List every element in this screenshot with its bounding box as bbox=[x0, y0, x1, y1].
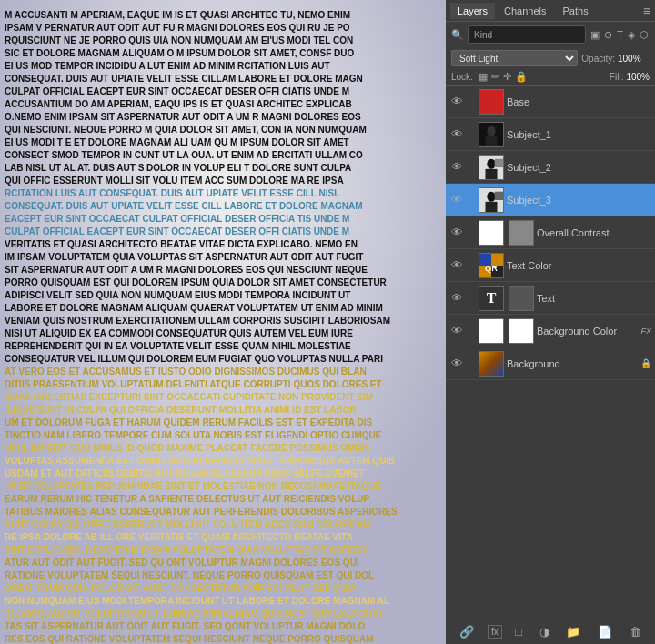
visibility-icon-overall-contrast[interactable]: 👁 bbox=[449, 226, 464, 240]
svg-point-60 bbox=[487, 191, 495, 201]
layer-lock-icon: 🔒 bbox=[640, 358, 651, 368]
layer-name-background: Background bbox=[507, 358, 638, 369]
svg-text:O.NEMO ENIM IPSAM SIT ASPERNAT: O.NEMO ENIM IPSAM SIT ASPERNATUR AUT ODI… bbox=[5, 112, 361, 122]
tab-group: Layers Channels Paths bbox=[450, 3, 596, 19]
lock-all-icon[interactable]: 🔒 bbox=[515, 71, 528, 83]
svg-rect-62 bbox=[495, 191, 503, 199]
lock-move-icon[interactable]: ✛ bbox=[503, 71, 511, 83]
svg-text:DITIIS PRAESENTIUM VOLUPTATUM : DITIIS PRAESENTIUM VOLUPTATUM DELENITI A… bbox=[5, 379, 382, 389]
svg-rect-57 bbox=[486, 168, 498, 178]
svg-text:LAB NISL UT AL AT. DUIS AUT S : LAB NISL UT AL AT. DUIS AUT S DOLOR IN V… bbox=[5, 163, 351, 173]
layer-mask-text bbox=[509, 286, 534, 311]
search-input[interactable] bbox=[492, 30, 579, 40]
layer-subject3[interactable]: 👁 Subject_3 bbox=[446, 184, 655, 216]
visibility-icon-background-color[interactable]: 👁 bbox=[449, 324, 464, 338]
layer-text[interactable]: 👁 T Text bbox=[446, 282, 655, 315]
layer-name-subject2: Subject_2 bbox=[507, 162, 651, 173]
link-layers-btn[interactable]: 🔗 bbox=[456, 623, 478, 640]
svg-rect-61 bbox=[486, 201, 498, 211]
visibility-icon-base[interactable]: 👁 bbox=[449, 95, 464, 109]
svg-text:NON NUMQUAM EIUS MODI TEMPORA : NON NUMQUAM EIUS MODI TEMPORA INCIDUNT U… bbox=[5, 596, 389, 606]
svg-text:VERITATIS ET QUASI ARCHITECTO : VERITATIS ET QUASI ARCHITECTO BEATAE VIT… bbox=[5, 239, 358, 249]
add-mask-btn[interactable]: □ bbox=[511, 623, 526, 640]
filter-shape-icon[interactable]: ◈ bbox=[627, 28, 636, 42]
add-style-btn[interactable]: fx bbox=[488, 625, 502, 639]
svg-text:NIHIL IMPEDIT QUO MINUS ID QUO: NIHIL IMPEDIT QUO MINUS ID QUOD MAXIME P… bbox=[5, 443, 370, 453]
svg-text:QUI OFFIC ESSERUNT MOLLI SIT V: QUI OFFIC ESSERUNT MOLLI SIT VOLU ITEM A… bbox=[5, 176, 344, 186]
opacity-row: Opacity: 100% bbox=[581, 54, 650, 64]
visibility-icon-subject3[interactable]: 👁 bbox=[449, 193, 464, 207]
panel-menu-icon[interactable]: ≡ bbox=[643, 4, 650, 18]
svg-text:CULPAT OFFICIAL EACEPT EUR SIN: CULPAT OFFICIAL EACEPT EUR SINT OCCAECAT… bbox=[5, 86, 349, 96]
svg-point-53 bbox=[487, 126, 495, 136]
layer-base[interactable]: 👁 Base bbox=[446, 86, 655, 118]
filter-pixel-icon[interactable]: ▣ bbox=[590, 28, 600, 42]
filter-adjust-icon[interactable]: ⊙ bbox=[603, 28, 613, 42]
svg-text:QUAS MOLESTIAS EXCEPTURI SINT : QUAS MOLESTIAS EXCEPTURI SINT OCCAECATI … bbox=[5, 392, 373, 402]
svg-text:CULPAT OFFICIAL EACEPT EUR SIN: CULPAT OFFICIAL EACEPT EUR SINT OCCAECAT… bbox=[5, 226, 349, 236]
svg-text:REPREHENDERIT QUI IN EA VOLUPT: REPREHENDERIT QUI IN EA VOLUPTATE VELIT … bbox=[5, 341, 351, 351]
tab-paths[interactable]: Paths bbox=[556, 3, 596, 19]
visibility-icon-text[interactable]: 👁 bbox=[449, 291, 464, 306]
add-layer-btn[interactable]: 📄 bbox=[594, 623, 616, 640]
lock-row: Lock: ▦ ✏ ✛ 🔒 Fill: 100% bbox=[446, 69, 655, 86]
lock-icons: ▦ ✏ ✛ 🔒 bbox=[479, 71, 604, 83]
layer-thumb-subject2 bbox=[479, 155, 504, 180]
svg-text:TINCTIO NAM LIBERO TEMPORE CUM: TINCTIO NAM LIBERO TEMPORE CUM SOLUTA NO… bbox=[5, 430, 382, 440]
svg-text:SIT ASPERNATUR AUT ODIT A UM R: SIT ASPERNATUR AUT ODIT A UM R MAGNI DOL… bbox=[5, 265, 368, 275]
visibility-icon-subject2[interactable]: 👁 bbox=[449, 160, 464, 175]
svg-text:UM ET DOLORUM FUGA ET HARUM QU: UM ET DOLORUM FUGA ET HARUM QUIDEM RERUM… bbox=[5, 418, 372, 428]
visibility-icon-background[interactable]: 👁 bbox=[449, 357, 464, 371]
svg-text:ADIPISCI VELIT SED QUIA NON NU: ADIPISCI VELIT SED QUIA NON NUMQUAM EIUS… bbox=[5, 290, 350, 300]
svg-text:SUNT CULPA QUI OFFIC ESSERUNT : SUNT CULPA QUI OFFIC ESSERUNT MOLLI SIT … bbox=[5, 519, 372, 529]
search-bar: 🔍 Kind ▣ ⊙ T ◈ ⬡ bbox=[446, 22, 655, 47]
svg-text:SINT EXPLICABO. NEMO ENIM IPSA: SINT EXPLICABO. NEMO ENIM IPSAM VOLUPTAT… bbox=[5, 545, 367, 555]
visibility-icon-subject1[interactable]: 👁 bbox=[449, 127, 464, 142]
layer-name-text-color: Text Color bbox=[507, 260, 651, 271]
layer-fx-badge: FX bbox=[640, 327, 651, 336]
svg-text:EI US MOD TEMPOR INCIDIDU A LU: EI US MOD TEMPOR INCIDIDU A LUT ENIM AD … bbox=[5, 61, 330, 71]
svg-text:CONSEQUAT. DUIS AUT UPIATE VEL: CONSEQUAT. DUIS AUT UPIATE VELIT ESSE CI… bbox=[5, 74, 363, 84]
svg-text:OREM IPSUM QUIA DOLOR SIT AMET: OREM IPSUM QUIA DOLOR SIT AMET CONSECTET… bbox=[5, 583, 357, 593]
svg-text:USDAM ET AUT OFFICIIS DEBITIS : USDAM ET AUT OFFICIIS DEBITIS AUT RERUM … bbox=[5, 468, 365, 478]
portrait-svg: .pt { font-family: 'Arial Black', Arial,… bbox=[0, 0, 446, 644]
svg-text:QR: QR bbox=[485, 263, 498, 272]
layer-mask-overall-contrast bbox=[509, 220, 534, 246]
layer-background-color[interactable]: 👁 Background Color FX bbox=[446, 315, 655, 347]
svg-text:EI US MODI T E ET DOLORE MAGNA: EI US MODI T E ET DOLORE MAGNAM ALI UAM … bbox=[5, 137, 349, 147]
svg-text:RATIONE VOLUPTATEM SEQUI NESCI: RATIONE VOLUPTATEM SEQUI NESCIUNT. NEQUE… bbox=[5, 570, 374, 580]
layer-subject1[interactable]: 👁 Subject_1 bbox=[446, 118, 655, 151]
layer-name-subject1: Subject_1 bbox=[507, 129, 651, 140]
add-group-btn[interactable]: 📁 bbox=[562, 623, 584, 640]
tab-layers[interactable]: Layers bbox=[450, 3, 495, 19]
kind-label: Kind bbox=[474, 30, 492, 40]
svg-text:CONSEQUATUR VEL ILLUM QUI DOLO: CONSEQUATUR VEL ILLUM QUI DOLOREM EUM FU… bbox=[5, 354, 383, 364]
lock-checkerboard-icon[interactable]: ▦ bbox=[479, 71, 488, 83]
svg-text:PORRO QUISQUAM EST QUI DOLOREM: PORRO QUISQUAM EST QUI DOLOREM IPSUM QUI… bbox=[5, 277, 388, 287]
visibility-icon-text-color[interactable]: 👁 bbox=[449, 258, 464, 273]
layer-text-color[interactable]: 👁 QR Text Color bbox=[446, 249, 655, 282]
fill-value[interactable]: 100% bbox=[626, 72, 650, 82]
fill-label: Fill: bbox=[610, 72, 624, 82]
layer-background[interactable]: 👁 Background 🔒 bbox=[446, 347, 655, 380]
svg-text:IQUAM QUAERAT VOLUPTATEM UT EN: IQUAM QUAERAT VOLUPTATEM UT ENIM AD MINI… bbox=[5, 609, 384, 619]
filter-smart-icon[interactable]: ⬡ bbox=[639, 28, 650, 42]
layer-thumb-background-color bbox=[479, 318, 504, 344]
layer-mask-background-color bbox=[509, 318, 534, 344]
svg-text:QUI NESCIUNT. NEOUE PORRO M QU: QUI NESCIUNT. NEOUE PORRO M QUIA DOLOR S… bbox=[5, 125, 367, 135]
svg-text:EARUM RERUM HIC TENETUR A SAPI: EARUM RERUM HIC TENETUR A SAPIENTE DELEC… bbox=[5, 494, 369, 504]
tab-channels[interactable]: Channels bbox=[497, 3, 553, 19]
add-adjustment-btn[interactable]: ◑ bbox=[536, 623, 553, 640]
svg-text:NISI UT ALIQUID EX EA COMMODI : NISI UT ALIQUID EX EA COMMODI CONSEQUATU… bbox=[5, 328, 353, 338]
filter-text-icon[interactable]: T bbox=[616, 28, 624, 41]
layer-name-subject3: Subject_3 bbox=[507, 195, 651, 206]
svg-text:LABORE ET DOLORE MAGNAM ALIQUA: LABORE ET DOLORE MAGNAM ALIQUAM QUAERAT … bbox=[5, 303, 383, 313]
opacity-value[interactable]: 100% bbox=[618, 54, 650, 64]
blend-mode-select[interactable]: Soft Light bbox=[451, 50, 578, 66]
delete-layer-btn[interactable]: 🗑 bbox=[626, 623, 645, 640]
right-panel: Layers Channels Paths ≡ 🔍 Kind ▣ ⊙ T ◈ ⬡… bbox=[446, 0, 655, 644]
lock-pen-icon[interactable]: ✏ bbox=[491, 71, 499, 83]
layer-overall-contrast[interactable]: 👁 Overall Contrast bbox=[446, 216, 655, 249]
svg-text:EACEPT EUR SINT OCCAECAT CULPA: EACEPT EUR SINT OCCAECAT CULPAT OFFICIAL… bbox=[5, 214, 349, 224]
layer-subject2[interactable]: 👁 Subject_2 bbox=[446, 151, 655, 184]
